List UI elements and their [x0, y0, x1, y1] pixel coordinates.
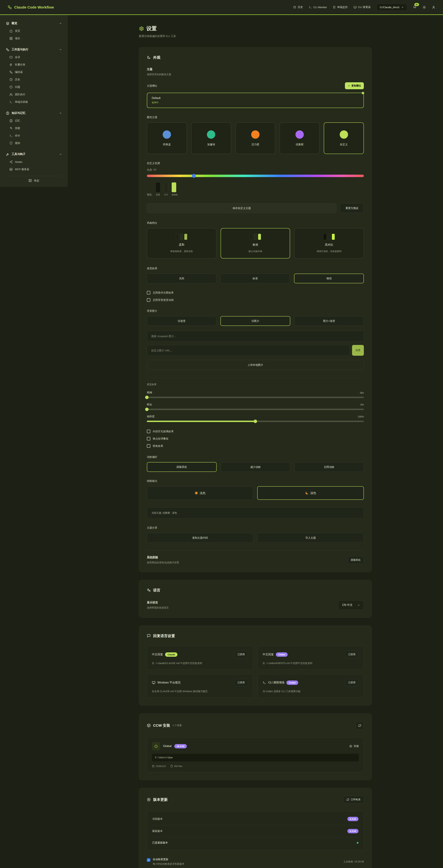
darken-slider[interactable]: [147, 409, 364, 410]
preview-label: 预览:: [147, 193, 152, 196]
auto-check-label: 自动检查更新: [153, 858, 184, 861]
save-custom-theme-button[interactable]: 保存自定义主题: [147, 203, 337, 213]
preview-bg: 背景: [156, 182, 160, 196]
hover-glow-checkbox-row[interactable]: 启用悬停光晕效果: [147, 291, 364, 294]
sidebar-item-memory[interactable]: 记忆: [4, 117, 64, 124]
sidebar-section-overview[interactable]: 概览: [4, 20, 64, 27]
bg-anim-checkbox[interactable]: [147, 298, 150, 302]
copy-theme-code-button[interactable]: 复制主题代码: [147, 533, 253, 543]
sidebar-collapse-button[interactable]: 收起: [4, 176, 64, 185]
item-label: 技能: [15, 127, 20, 130]
upload-local-image-button[interactable]: 上传本地图片: [147, 360, 364, 370]
sidebar-section-tools[interactable]: 工具与钩子: [4, 150, 64, 158]
sidebar-item-rules[interactable]: 规则: [4, 140, 64, 147]
toggle-disabled-button[interactable]: 已禁用: [234, 679, 248, 686]
noise-checkbox-row[interactable]: 噪点纹理叠加: [147, 437, 364, 440]
install-date: 2026/2/15: [152, 765, 166, 768]
reset-preset-button[interactable]: 重置为预设: [340, 203, 364, 213]
apply-url-button[interactable]: 应用: [352, 345, 364, 356]
codex-badge: Codex: [276, 652, 288, 657]
gradient-option-off[interactable]: 关闭: [147, 274, 216, 283]
blur-slider[interactable]: [147, 397, 364, 398]
sidebar-item-team-execution[interactable]: 团队执行: [4, 91, 64, 98]
darken-slider-thumb[interactable]: [145, 408, 149, 411]
tablet-icon: [333, 6, 336, 9]
project-selector[interactable]: D:/Claude_dms3: [377, 4, 407, 11]
style-option-standard[interactable]: 标准 默认均衡外观: [221, 228, 290, 258]
import-theme-button[interactable]: 导入主题: [257, 533, 364, 543]
sidebar-item-hooks[interactable]: Hooks: [4, 158, 64, 166]
dark-mode-button[interactable]: 深色: [257, 486, 364, 500]
sidebar-item-sessions[interactable]: 会话: [4, 54, 64, 61]
theme-option-deep-green[interactable]: 深邃绿: [191, 122, 231, 154]
notifications-button[interactable]: 9+: [413, 5, 417, 9]
appearance-title-row: 外观: [147, 55, 364, 60]
style-option-soft[interactable]: 柔和 降低饱和度，柔和色彩: [147, 228, 217, 258]
toggle-disabled-button[interactable]: 已禁用: [234, 651, 248, 658]
hover-glow-checkbox[interactable]: [147, 291, 150, 294]
theme-option-classic-blue[interactable]: 经典蓝: [147, 122, 187, 154]
sidebar-item-issues[interactable]: 问题: [4, 83, 64, 91]
copy-slot-button[interactable]: 复制槽位: [345, 82, 364, 89]
bg-anim-checkbox-row[interactable]: 启用背景渐变动画: [147, 298, 364, 302]
sidebar-item-skills[interactable]: 技能: [4, 124, 64, 132]
theme-option-vibrant-orange[interactable]: 活力橙: [235, 122, 276, 154]
check-now-button[interactable]: 立即检查: [343, 796, 364, 803]
sidebar-section-knowledge[interactable]: 知识与记忆: [4, 109, 64, 117]
bg-mode-image-gradient[interactable]: 图片+渐变: [294, 316, 364, 326]
blur-slider-thumb[interactable]: [145, 396, 149, 399]
gradient-option-standard[interactable]: 标准: [220, 274, 290, 283]
theme-option-elegant-purple[interactable]: 优雅紫: [280, 122, 320, 154]
hue-slider-thumb[interactable]: [192, 174, 196, 178]
nav-cli-monitor[interactable]: CLI Monitor: [309, 6, 327, 9]
item-label: 会话: [15, 56, 20, 59]
nav-history[interactable]: 历史: [293, 5, 303, 9]
auto-check-checkbox[interactable]: [147, 858, 150, 862]
nav-cli-viewer[interactable]: CLI 查看器: [354, 5, 371, 9]
ccw-refresh-button[interactable]: [355, 721, 364, 730]
vignette-checkbox[interactable]: [147, 444, 150, 448]
unsplash-search-input[interactable]: [147, 331, 364, 341]
toggle-disabled-button[interactable]: 已禁用: [345, 679, 359, 686]
motion-follow-system[interactable]: 跟随系统: [147, 462, 217, 472]
terminal-icon: [9, 100, 13, 104]
saturation-slider-thumb[interactable]: [254, 420, 257, 423]
sidebar-item-light-tasks[interactable]: 轻量任务: [4, 61, 64, 68]
sidebar-item-projects[interactable]: 项目: [4, 35, 64, 42]
hue-slider[interactable]: [147, 175, 364, 177]
motion-enable[interactable]: 启用动效: [294, 462, 364, 472]
theme-toggle-button[interactable]: [422, 5, 426, 9]
bg-mode-image-only[interactable]: 仅图片: [220, 316, 290, 326]
glass-checkbox-row[interactable]: 内容区毛玻璃效果: [147, 430, 364, 433]
sidebar-item-history[interactable]: 历史: [4, 76, 64, 83]
motion-reduce[interactable]: 减少动效: [221, 462, 290, 472]
theme-option-custom[interactable]: 自定义: [324, 122, 364, 154]
item-label: 项目: [15, 37, 20, 40]
system-follow-button[interactable]: 跟随系统: [348, 556, 364, 564]
toggle-disabled-button[interactable]: 已禁用: [345, 651, 359, 658]
user-menu-button[interactable]: [432, 5, 435, 9]
light-mode-button[interactable]: 浅色: [147, 486, 253, 500]
sidebar-item-home[interactable]: 首页: [4, 27, 64, 35]
display-language-desc: 选择界面的首选语言: [147, 606, 169, 609]
sidebar-item-mcp-server[interactable]: MCP 服务器: [4, 166, 64, 173]
vignette-checkbox-row[interactable]: 暗角效果: [147, 444, 364, 448]
upgrade-button[interactable]: 升级: [349, 745, 359, 748]
sidebar-item-terminal-dashboard[interactable]: 终端仪表板: [4, 98, 64, 106]
custom-url-input[interactable]: [147, 345, 350, 356]
nav-terminal-monitor[interactable]: 终端监控: [333, 5, 348, 9]
style-option-high-contrast[interactable]: 高对比 增强可读性，色彩更鲜明: [294, 228, 364, 258]
language-select[interactable]: CN 中文: [338, 600, 364, 610]
saturation-slider[interactable]: [147, 421, 364, 422]
sidebar-item-commands[interactable]: 命令: [4, 132, 64, 140]
glass-checkbox[interactable]: [147, 430, 150, 433]
theme-swatch: [340, 130, 348, 139]
noise-checkbox[interactable]: [147, 437, 150, 440]
gradient-option-enhanced[interactable]: 增强: [294, 274, 364, 283]
sidebar-section-workflow[interactable]: 工作流与执行: [4, 45, 64, 54]
theme-slot-default[interactable]: Default 使用中: [147, 93, 364, 108]
home-icon: [9, 29, 13, 33]
sidebar-item-orchestrator[interactable]: 编排器: [4, 68, 64, 76]
bg-mode-gradient-only[interactable]: 仅渐变: [147, 316, 216, 326]
section-label: 工作流与执行: [12, 48, 28, 51]
